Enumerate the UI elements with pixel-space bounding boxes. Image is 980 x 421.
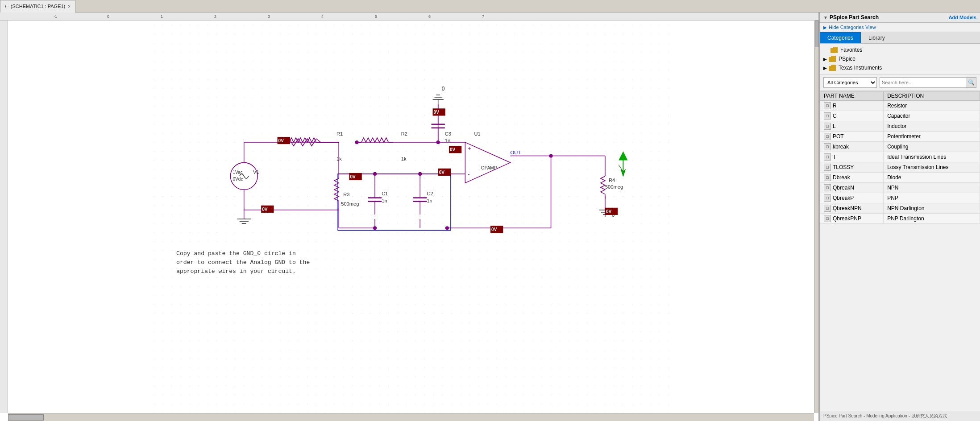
part-description-cell: PNP Darlington xyxy=(884,214,980,224)
pspice-folder-icon xyxy=(829,56,836,62)
ruler-vertical xyxy=(0,21,8,413)
part-name-value: kbreak xyxy=(833,144,849,150)
part-name-value: QbreakP xyxy=(833,195,854,201)
part-description-cell: NPN Darlington xyxy=(884,203,980,214)
search-button[interactable]: 🔍 xyxy=(966,78,976,87)
panel-status-text: PSpice Part Search - Modeling Applicatio… xyxy=(823,413,947,418)
part-name-cell: □ T xyxy=(820,152,884,162)
part-description-cell: Resistor xyxy=(884,101,980,111)
table-row[interactable]: □ QbreakPNP PNP Darlington xyxy=(820,214,980,224)
svg-text:0: 0 xyxy=(107,14,109,19)
part-name-cell: □ TLOSSY xyxy=(820,162,884,173)
svg-text:4: 4 xyxy=(321,14,324,19)
panel-status-bar: PSpice Part Search - Modeling Applicatio… xyxy=(820,411,980,421)
part-description-cell: NPN xyxy=(884,183,980,193)
part-description-cell: Diode xyxy=(884,173,980,183)
svg-text:0: 0 xyxy=(442,86,445,92)
part-description-cell: Ideal Transmission Lines xyxy=(884,152,980,162)
horizontal-scrollbar[interactable] xyxy=(8,413,814,421)
part-name-value: L xyxy=(833,123,836,129)
svg-text:R3: R3 xyxy=(343,192,349,197)
horizontal-scrollbar-thumb[interactable] xyxy=(8,414,44,421)
svg-text:1n: 1n xyxy=(445,138,450,143)
svg-text:2: 2 xyxy=(214,14,216,19)
svg-text:C1: C1 xyxy=(382,191,388,196)
category-dropdown[interactable]: All Categories xyxy=(823,77,877,88)
panel-title: PSpice Part Search xyxy=(830,14,879,21)
ruler-horizontal: // rendered inline below -1 0 1 2 3 4 5 … xyxy=(0,12,818,21)
hide-categories-arrow: ▶ xyxy=(823,25,827,30)
part-icon: □ xyxy=(824,215,831,222)
table-row[interactable]: □ QbreakNPN NPN Darlington xyxy=(820,203,980,214)
tab-label: / - (SCHEMATIC1 : PAGE1) xyxy=(5,4,65,9)
svg-text:1k: 1k xyxy=(401,156,407,161)
part-name-value: T xyxy=(833,154,836,160)
table-row[interactable]: □ QbreakN NPN xyxy=(820,183,980,193)
svg-text:R1: R1 xyxy=(336,131,343,136)
part-name-cell: □ Dbreak xyxy=(820,173,884,183)
svg-point-25 xyxy=(445,226,449,230)
svg-text:1n: 1n xyxy=(427,198,432,203)
favorites-folder-icon xyxy=(831,47,838,53)
svg-text:order to connect the Analog GN: order to connect the Analog GND to the xyxy=(176,259,310,266)
vertical-scrollbar-thumb[interactable] xyxy=(815,21,818,47)
schematic-area[interactable]: // rendered inline below -1 0 1 2 3 4 5 … xyxy=(0,12,819,421)
favorites-label: Favorites xyxy=(840,47,862,53)
table-row[interactable]: □ QbreakP PNP xyxy=(820,193,980,203)
part-name-cell: □ QbreakN xyxy=(820,183,884,193)
svg-text:-1: -1 xyxy=(54,14,57,19)
part-description-cell: Capacitor xyxy=(884,111,980,121)
table-row[interactable]: □ C Capacitor xyxy=(820,111,980,121)
table-row[interactable]: □ TLOSSY Lossy Transmission Lines xyxy=(820,162,980,173)
part-name-cell: □ kbreak xyxy=(820,142,884,152)
svg-text:5: 5 xyxy=(375,14,377,19)
part-name-value: R xyxy=(833,103,837,109)
table-row[interactable]: □ Dbreak Diode xyxy=(820,173,980,183)
hide-categories-label: Hide Categories View xyxy=(829,25,876,30)
tab-close-button[interactable]: × xyxy=(68,4,71,9)
part-icon: □ xyxy=(824,102,831,109)
add-models-button[interactable]: Add Models xyxy=(949,15,976,20)
table-row[interactable]: □ POT Potentiometer xyxy=(820,132,980,142)
tree-item-favorites[interactable]: Favorites xyxy=(820,45,980,54)
svg-text:0V: 0V xyxy=(350,174,356,179)
vertical-scrollbar[interactable] xyxy=(814,21,818,413)
part-icon: □ xyxy=(824,143,831,150)
svg-text:0Vdc: 0Vdc xyxy=(233,177,243,182)
svg-text:0V: 0V xyxy=(450,147,456,152)
tab-categories[interactable]: Categories xyxy=(820,32,861,43)
schematic-canvas[interactable]: 0 1Vac 0Vdc V1 R1 1k xyxy=(8,21,814,413)
tree-item-pspice[interactable]: ▶ PSpice xyxy=(820,54,980,63)
svg-text:0V: 0V xyxy=(439,170,445,175)
schematic-tab[interactable]: / - (SCHEMATIC1 : PAGE1) × xyxy=(0,0,75,12)
part-description-cell: Inductor xyxy=(884,121,980,132)
svg-text:7: 7 xyxy=(482,14,484,19)
tree-item-ti[interactable]: ▶ Texas Instruments xyxy=(820,63,980,72)
tab-bar: / - (SCHEMATIC1 : PAGE1) × xyxy=(0,0,980,12)
panel-collapse-arrow[interactable]: ▼ xyxy=(823,15,828,20)
table-row[interactable]: □ R Resistor xyxy=(820,101,980,111)
svg-text:OUT: OUT xyxy=(511,150,521,155)
part-name-value: QbreakNPN xyxy=(833,205,862,211)
part-description-cell: PNP xyxy=(884,193,980,203)
pspice-expand-arrow: ▶ xyxy=(823,57,827,62)
hide-categories-button[interactable]: ▶ Hide Categories View xyxy=(820,23,980,32)
col-header-part-name: PART NAME xyxy=(820,91,884,101)
part-name-cell: □ R xyxy=(820,101,884,111)
table-row[interactable]: □ T Ideal Transmission Lines xyxy=(820,152,980,162)
panel-header: ▼ PSpice Part Search Add Models xyxy=(820,12,980,23)
svg-text:0V: 0V xyxy=(491,227,497,232)
svg-text:0V: 0V xyxy=(606,209,612,214)
svg-text:C3: C3 xyxy=(445,131,451,136)
tab-library[interactable]: Library xyxy=(861,32,893,43)
part-description-cell: Lossy Transmission Lines xyxy=(884,162,980,173)
svg-text:0V: 0V xyxy=(278,138,284,143)
right-panel: ▼ PSpice Part Search Add Models ▶ Hide C… xyxy=(819,12,980,421)
search-input[interactable] xyxy=(880,80,966,85)
table-row[interactable]: □ kbreak Coupling xyxy=(820,142,980,152)
main-layout: // rendered inline below -1 0 1 2 3 4 5 … xyxy=(0,12,980,421)
table-row[interactable]: □ L Inductor xyxy=(820,121,980,132)
part-description-cell: Potentiometer xyxy=(884,132,980,142)
part-icon: □ xyxy=(824,194,831,202)
part-name-value: Dbreak xyxy=(833,174,850,181)
